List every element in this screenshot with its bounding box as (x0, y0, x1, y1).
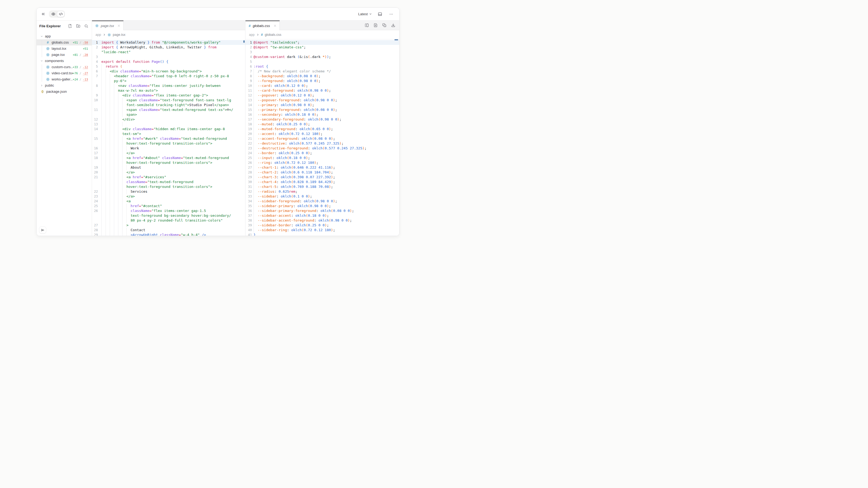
panel-bottom-button[interactable] (377, 11, 383, 18)
code-line[interactable]: hover:text-foreground transition-colors"… (92, 185, 245, 189)
code-line[interactable]: 23</a> (92, 194, 245, 199)
code-line[interactable]: 17</a> (92, 151, 245, 156)
code-line[interactable]: 22--destructive: oklch(0.577 0.245 27.32… (246, 141, 400, 146)
code-line[interactable]: 27--chart-1: oklch(0.646 0.222 41.116); (246, 165, 400, 170)
code-line[interactable]: 13--popover-foreground: oklch(0.98 0 0); (246, 98, 400, 103)
code-line[interactable]: 20</a> (92, 170, 245, 175)
split-view-button[interactable] (363, 22, 370, 29)
code-line[interactable]: 18--muted: oklch(0.25 0 0); (246, 122, 400, 127)
code-line[interactable]: 3 (246, 50, 400, 55)
code-line[interactable]: 2import { ArrowUpRight, Github, Linkedin… (92, 45, 245, 50)
code-line[interactable]: 15--primary-foreground: oklch(0.08 0 0); (246, 107, 400, 112)
tab-globals-css[interactable]: # globals.css (246, 21, 280, 30)
version-dropdown[interactable]: Latest (358, 12, 372, 16)
code-line[interactable]: 16Work (92, 146, 245, 151)
code-line[interactable]: 17--secondary-foreground: oklch(0.98 0 0… (246, 117, 400, 122)
code-line[interactable]: 25--input: oklch(0.18 0 0); (246, 156, 400, 160)
code-line[interactable]: 15<a href="#work" className="text-muted-… (92, 136, 245, 141)
file-row-works-galler[interactable]: works-galler…+24 / -13 (37, 76, 92, 82)
code-line[interactable]: 6:root { (246, 64, 400, 69)
search-icon[interactable] (84, 24, 89, 28)
breadcrumb-file[interactable]: page.tsx (113, 33, 125, 37)
code-line[interactable]: 32--radius: 0.625rem; (246, 189, 400, 194)
code-line[interactable]: 38--sidebar-accent-foreground: oklch(0.9… (246, 218, 400, 223)
breadcrumb-folder[interactable]: app (249, 33, 254, 37)
code-line[interactable]: hover:text-foreground transition-colors"… (92, 160, 245, 165)
file-row-layout.tsx[interactable]: layout.tsx+51 (37, 45, 92, 52)
code-line[interactable]: className="text-muted-foreground (92, 180, 245, 185)
folder-row-app[interactable]: app (37, 33, 92, 39)
tab-page-tsx[interactable]: page.tsx (92, 21, 124, 30)
new-file-button[interactable] (68, 24, 72, 28)
code-line[interactable]: 35--sidebar-primary: oklch(0.98 0 0); (246, 204, 400, 208)
code-line[interactable]: "lucide-react" (92, 50, 245, 55)
code-line[interactable]: 33--sidebar: oklch(0.1 0 0); (246, 194, 400, 199)
code-line[interactable]: max-w-7xl mx-auto"> (92, 88, 245, 93)
code-line[interactable]: 6<div className="min-h-screen bg-backgro… (92, 69, 245, 74)
code-line[interactable]: 36--sidebar-primary-foreground: oklch(0.… (246, 208, 400, 213)
code-line[interactable]: 25href="#contact" (92, 204, 245, 208)
code-line[interactable]: 7<header className="fixed top-0 left-0 r… (92, 74, 245, 78)
code-line[interactable]: 21--accent-foreground: oklch(0.08 0 0); (246, 136, 400, 141)
code-line[interactable]: 11<span className="text-muted-foreground… (92, 107, 245, 112)
code-line[interactable]: 40--sidebar-ring: oklch(0.72 0.12 180); (246, 228, 400, 232)
code-line[interactable]: text-foreground bg-secondary hover:bg-se… (92, 213, 245, 218)
code-line[interactable]: 1import { WorksGallery } from "@/compone… (92, 40, 245, 45)
file-diff-button[interactable] (372, 22, 379, 29)
download-button[interactable] (390, 22, 396, 29)
code-line[interactable]: 80 px-4 py-2 rounded-full transition-col… (92, 218, 245, 223)
code-line[interactable]: 13 (92, 122, 245, 127)
scrollbar-thumb[interactable] (243, 40, 245, 43)
code-line[interactable]: 22Services (92, 189, 245, 194)
file-row-custom-curs[interactable]: custom-curs…+33 / -12 (37, 64, 92, 70)
code-line[interactable]: 26className="flex items-center gap-1.5 (92, 208, 245, 213)
code-line[interactable]: 10--card: oklch(0.12 0 0); (246, 84, 400, 88)
code-line[interactable]: 29--chart-3: oklch(0.398 0.07 227.392); (246, 175, 400, 180)
code-line[interactable]: 3 (92, 55, 245, 59)
code-line[interactable]: 20--accent: oklch(0.72 0.12 180); (246, 131, 400, 136)
code-line[interactable]: 14--primary: oklch(0.98 0 0); (246, 103, 400, 107)
code-line[interactable]: 24<a (92, 199, 245, 204)
preview-eye-icon[interactable] (50, 11, 57, 17)
code-line[interactable]: py-6"> (92, 78, 245, 84)
code-line[interactable]: 29<ArrowUpRight className="w-4 h-4" /> (92, 232, 245, 236)
close-tab-icon[interactable] (273, 24, 277, 28)
code-view-icon[interactable] (57, 11, 64, 17)
code-line[interactable]: 28--chart-2: oklch(0.6 0.118 184.704); (246, 170, 400, 175)
code-line[interactable]: 4export default function Page() { (92, 59, 245, 64)
copy-button[interactable] (381, 22, 388, 29)
more-options-button[interactable] (388, 11, 395, 18)
breadcrumb-folder[interactable]: app (95, 33, 101, 37)
code-line[interactable]: 14<div className="hidden md:flex items-c… (92, 127, 245, 131)
code-line[interactable]: 31--chart-5: oklch(0.769 0.188 70.08); (246, 185, 400, 189)
collapse-sidebar-button[interactable] (39, 226, 46, 234)
code-line[interactable]: 2@import "tw-animate-css"; (246, 45, 400, 50)
code-line[interactable]: 21<a href="#services" (92, 175, 245, 180)
file-row-package.json[interactable]: {}package.json (37, 89, 92, 95)
scrollbar-thumb[interactable] (395, 39, 398, 40)
new-folder-button[interactable] (76, 24, 81, 28)
code-line[interactable]: 11--card-foreground: oklch(0.98 0 0); (246, 88, 400, 93)
code-line[interactable]: 37--sidebar-accent: oklch(0.18 0 0); (246, 213, 400, 218)
code-line[interactable]: 39--sidebar-border: oklch(0.25 0 0); (246, 223, 400, 228)
code-editor-page-tsx[interactable]: 1import { WorksGallery } from "@/compone… (92, 39, 245, 236)
folder-row-public[interactable]: public (37, 82, 92, 89)
code-line[interactable]: 41} (246, 232, 400, 236)
code-line[interactable]: hover:text-foreground transition-colors"… (92, 141, 245, 146)
code-line[interactable]: 26--ring: oklch(0.72 0.12 180); (246, 160, 400, 165)
code-line[interactable]: 27> (92, 223, 245, 228)
file-row-video-card.tsx[interactable]: video-card.tsx+76 / -27 (37, 70, 92, 76)
code-line[interactable]: 19About (92, 165, 245, 170)
folder-row-components[interactable]: components (37, 58, 92, 64)
code-line[interactable]: 8<nav className="flex items-center justi… (92, 84, 245, 88)
code-line[interactable]: 7/* New dark elegant color scheme */ (246, 69, 400, 74)
code-line[interactable]: 16--secondary: oklch(0.18 0 0); (246, 112, 400, 117)
code-line[interactable]: 9--foreground: oklch(0.98 0 0); (246, 78, 400, 84)
collapse-panel-button[interactable] (40, 11, 46, 18)
code-line[interactable]: font-semibold tracking-tight">Studio Pix… (92, 103, 245, 107)
code-line[interactable]: 9<div className="flex items-center gap-2… (92, 93, 245, 98)
code-line[interactable]: 18<a href="#about" className="text-muted… (92, 156, 245, 160)
code-line[interactable]: 10<span className="text-foreground font-… (92, 98, 245, 103)
code-line[interactable]: 8--background: oklch(0.08 0 0); (246, 74, 400, 78)
code-line[interactable]: 4@custom-variant dark (&:is(.dark *)); (246, 55, 400, 59)
